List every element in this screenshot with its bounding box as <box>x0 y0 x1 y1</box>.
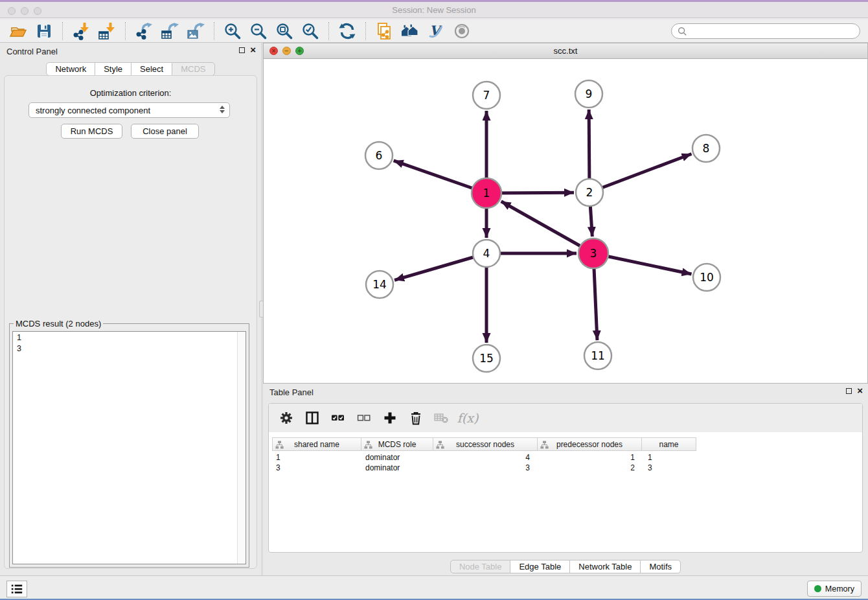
graph-node-label: 8 <box>703 142 710 155</box>
tab-network[interactable]: Network <box>46 62 95 76</box>
graph-edge-3-1[interactable] <box>501 202 593 253</box>
column-manager-button[interactable] <box>304 410 321 426</box>
column-header-successor-nodes[interactable]: successor nodes <box>433 437 538 451</box>
toolbar-separator <box>62 22 63 40</box>
export-table-icon <box>161 22 179 40</box>
delete-table-button <box>433 410 450 426</box>
main-toolbar: V <box>0 20 868 43</box>
zoom-in-button[interactable] <box>220 21 246 41</box>
cell-predecessor-nodes[interactable]: 2 <box>539 463 644 473</box>
cell-name[interactable]: 1 <box>644 452 699 463</box>
add-column-button[interactable] <box>382 410 398 426</box>
column-header-mcds-role[interactable]: MCDS role <box>361 437 433 451</box>
application-window: Session: New Session <box>0 0 868 600</box>
graph-node-label: 2 <box>586 186 593 199</box>
selected-option: strongly connected component <box>36 106 150 115</box>
result-line: 1 <box>13 332 246 343</box>
home-button[interactable] <box>397 21 423 41</box>
toolbar-separator <box>365 22 366 40</box>
column-header-name[interactable]: name <box>641 437 696 451</box>
eye-icon <box>453 22 471 40</box>
mcds-result-textarea[interactable]: 1 3 <box>12 331 246 564</box>
optimization-criterion-select[interactable]: strongly connected component <box>29 102 230 118</box>
graph-node-label: 6 <box>376 149 383 162</box>
table-row[interactable]: 1 dominator 4 1 1 <box>272 452 699 463</box>
delete-table-icon <box>434 411 450 425</box>
zoom-in-icon <box>223 22 242 40</box>
result-scrollbar[interactable] <box>237 332 246 564</box>
delete-column-button[interactable] <box>407 410 424 426</box>
export-table-button[interactable] <box>157 21 183 41</box>
cell-mcds-role[interactable]: dominator <box>361 463 434 473</box>
search-input[interactable] <box>687 27 854 36</box>
status-bar: Memory <box>0 575 868 600</box>
import-network-button[interactable] <box>68 21 94 41</box>
mcds-result-legend: MCDS result (2 nodes) <box>14 319 103 329</box>
column-header-shared-name[interactable]: shared name <box>272 437 361 451</box>
cell-name[interactable]: 3 <box>644 463 699 473</box>
save-session-button[interactable] <box>31 21 57 41</box>
tab-style[interactable]: Style <box>95 62 131 76</box>
export-image-button[interactable] <box>183 21 209 41</box>
style-preview-button[interactable]: V <box>423 21 449 41</box>
table-panel-tabs: Node Table Edge Table Network Table Moti… <box>263 560 868 573</box>
close-panel-icon[interactable]: × <box>250 47 256 53</box>
task-history-button[interactable] <box>6 581 27 597</box>
cell-shared-name[interactable]: 3 <box>272 463 361 473</box>
network-view-window: × − + scc.txt 1234678910111415 <box>263 43 868 384</box>
tab-motifs[interactable]: Motifs <box>640 560 681 573</box>
hide-preview-button[interactable] <box>449 21 475 41</box>
trash-icon <box>409 410 423 426</box>
open-session-button[interactable] <box>5 21 31 41</box>
cell-predecessor-nodes[interactable]: 1 <box>539 452 644 463</box>
node-table-container: f(x) shared name MCDS role <box>268 403 863 553</box>
open-folder-icon <box>9 22 27 40</box>
control-panel-title: Control Panel <box>6 47 58 56</box>
tab-network-table[interactable]: Network Table <box>569 560 641 573</box>
table-row[interactable]: 3 dominator 3 2 3 <box>272 463 699 473</box>
zoom-out-button[interactable] <box>246 21 271 41</box>
zoom-selected-icon <box>301 22 319 40</box>
zoom-selected-button[interactable] <box>297 21 323 41</box>
network-document-button[interactable] <box>371 21 397 41</box>
zoom-fit-button[interactable] <box>271 21 297 41</box>
memory-status-icon <box>814 585 821 592</box>
run-mcds-button[interactable]: Run MCDS <box>61 124 122 139</box>
tab-edge-table[interactable]: Edge Table <box>510 560 570 573</box>
zoom-out-icon <box>249 22 268 40</box>
tab-mcds[interactable]: MCDS <box>172 62 214 76</box>
export-network-icon <box>135 22 153 40</box>
graph-node-label: 9 <box>586 87 593 100</box>
float-panel-icon[interactable] <box>239 47 245 53</box>
plus-icon <box>383 411 397 425</box>
cell-mcds-role[interactable]: dominator <box>361 452 434 463</box>
close-panel-button[interactable]: Close panel <box>131 124 199 139</box>
cell-shared-name[interactable]: 1 <box>272 452 361 463</box>
network-graph[interactable]: 1234678910111415 <box>264 59 867 383</box>
table-settings-button[interactable] <box>278 410 295 426</box>
cell-successor-nodes[interactable]: 3 <box>434 463 539 473</box>
network-canvas[interactable]: 1234678910111415 <box>264 59 867 383</box>
control-panel-tabs: Network Style Select MCDS <box>0 62 261 76</box>
export-network-button[interactable] <box>131 21 157 41</box>
select-all-columns-button[interactable] <box>330 410 347 426</box>
tab-select[interactable]: Select <box>131 62 172 76</box>
unchecked-boxes-icon <box>357 411 371 424</box>
close-table-panel-icon[interactable]: × <box>857 387 863 394</box>
column-type-icon <box>364 441 372 449</box>
table-header-row: shared name MCDS role successor nodes <box>272 437 696 451</box>
float-table-panel-icon[interactable] <box>846 388 852 394</box>
unselect-all-columns-button[interactable] <box>356 410 372 426</box>
toolbar-separator <box>214 22 214 40</box>
gear-icon <box>279 411 293 425</box>
zoom-fit-icon <box>275 22 293 40</box>
optimization-criterion-label: Optimization criterion: <box>0 88 261 98</box>
memory-button[interactable]: Memory <box>807 581 862 597</box>
refresh-layout-button[interactable] <box>334 21 360 41</box>
cell-successor-nodes[interactable]: 4 <box>434 452 539 463</box>
import-table-button[interactable] <box>94 21 120 41</box>
graph-edge-2-8[interactable] <box>589 154 692 192</box>
column-header-predecessor-nodes[interactable]: predecessor nodes <box>537 437 642 451</box>
search-box <box>671 23 860 39</box>
tab-node-table[interactable]: Node Table <box>450 560 511 573</box>
